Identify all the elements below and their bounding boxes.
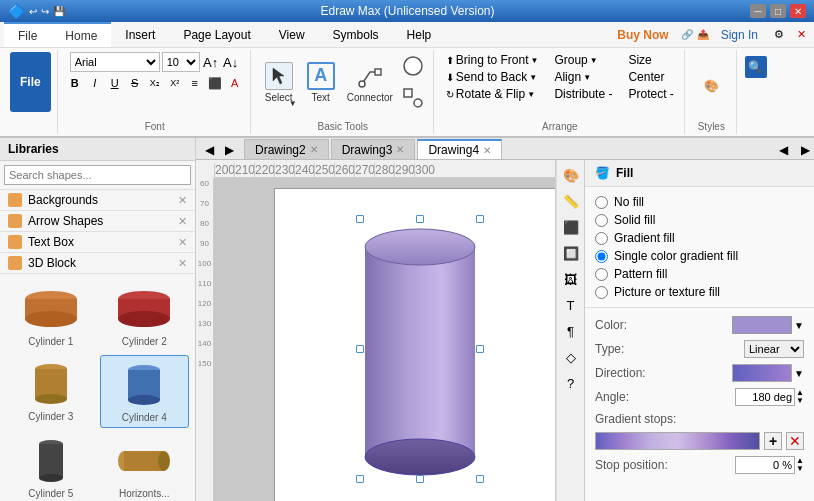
tab-drawing2-close[interactable]: ✕: [310, 144, 318, 155]
tab-drawing3[interactable]: Drawing3 ✕: [331, 139, 416, 159]
fill-direction-box[interactable]: [732, 364, 792, 382]
fill-icon-paragraph[interactable]: ¶: [560, 320, 582, 342]
select-button[interactable]: Select ▼: [259, 54, 299, 110]
text-box-close-button[interactable]: ✕: [178, 236, 187, 249]
text-button[interactable]: A Text: [301, 54, 341, 110]
fill-option-pattern[interactable]: Pattern fill: [595, 267, 804, 281]
drawing-canvas[interactable]: Gsyste: [214, 178, 555, 501]
fill-icon-3d[interactable]: 🔲: [560, 242, 582, 264]
group-button[interactable]: Group ▼: [550, 52, 616, 68]
distribute-button[interactable]: Distribute -: [550, 86, 616, 102]
shape-cylinder5[interactable]: Cylinder 5: [6, 432, 96, 501]
icon-link1[interactable]: 🔗: [681, 29, 693, 40]
center-button[interactable]: Center: [624, 69, 677, 85]
handle-br[interactable]: [476, 475, 484, 483]
subscript-button[interactable]: X₂: [146, 74, 164, 92]
align-button[interactable]: ⬛: [206, 74, 224, 92]
fill-direction-dropdown-arrow[interactable]: ▼: [794, 368, 804, 379]
handle-tl[interactable]: [356, 215, 364, 223]
tab-drawing4-close[interactable]: ✕: [483, 145, 491, 156]
fill-option-gradient-fill[interactable]: Gradient fill: [595, 231, 804, 245]
handle-tm[interactable]: [416, 215, 424, 223]
tab-nav-next[interactable]: ▶: [220, 141, 238, 159]
tab-drawing4[interactable]: Drawing4 ✕: [417, 139, 502, 159]
tab-drawing3-close[interactable]: ✕: [396, 144, 404, 155]
arrow-shapes-close-button[interactable]: ✕: [178, 215, 187, 228]
superscript-button[interactable]: X²: [166, 74, 184, 92]
close-button[interactable]: ✕: [790, 4, 806, 18]
fill-color-dropdown-arrow[interactable]: ▼: [794, 320, 804, 331]
protect-button[interactable]: Protect -: [624, 86, 677, 102]
fill-icon-shadow[interactable]: ⬛: [560, 216, 582, 238]
fill-option-solid-fill[interactable]: Solid fill: [595, 213, 804, 227]
library-item-text-box[interactable]: Text Box ✕: [0, 232, 195, 253]
font-increase-icon[interactable]: A↑: [202, 53, 220, 71]
menu-home[interactable]: Home: [51, 22, 111, 47]
fill-option-picture[interactable]: Picture or texture fill: [595, 285, 804, 299]
3d-block-close-button[interactable]: ✕: [178, 257, 187, 270]
handle-ml[interactable]: [356, 345, 364, 353]
handle-tr[interactable]: [476, 215, 484, 223]
fill-icon-text[interactable]: T: [560, 294, 582, 316]
strikethrough-button[interactable]: S: [126, 74, 144, 92]
shape-tools-button[interactable]: [399, 84, 427, 112]
library-item-backgrounds[interactable]: Backgrounds ✕: [0, 190, 195, 211]
fill-angle-input[interactable]: [735, 388, 795, 406]
shape-cylinder3[interactable]: Cylinder 3: [6, 355, 96, 428]
shape-circle-button[interactable]: [399, 52, 427, 80]
gradient-delete-button[interactable]: ✕: [786, 432, 804, 450]
tab-scroll-right[interactable]: ▶: [796, 141, 814, 159]
search-input[interactable]: [4, 165, 191, 185]
fill-icon-geometry[interactable]: ◇: [560, 346, 582, 368]
fill-icon-line[interactable]: 📏: [560, 190, 582, 212]
underline-button[interactable]: U: [106, 74, 124, 92]
icon-link2[interactable]: 📤: [697, 29, 709, 40]
fill-type-select[interactable]: Linear: [744, 340, 804, 358]
menu-view[interactable]: View: [265, 22, 319, 47]
send-to-back-button[interactable]: ⬇ Send to Back ▼: [442, 69, 543, 85]
library-item-arrow-shapes[interactable]: Arrow Shapes ✕: [0, 211, 195, 232]
font-size-select[interactable]: 10: [162, 52, 200, 72]
angle-down-arrow[interactable]: ▼: [796, 397, 804, 405]
backgrounds-close-button[interactable]: ✕: [178, 194, 187, 207]
align-button[interactable]: Align ▼: [550, 69, 616, 85]
menu-page-layout[interactable]: Page Layout: [169, 22, 264, 47]
settings-icon[interactable]: ⚙: [770, 26, 788, 44]
size-button[interactable]: Size: [624, 52, 677, 68]
close-menu-icon[interactable]: ✕: [792, 26, 810, 44]
maximize-button[interactable]: □: [770, 4, 786, 18]
shape-cylinder4[interactable]: Cylinder 4: [100, 355, 190, 428]
gradient-bar[interactable]: [595, 432, 760, 450]
menu-help[interactable]: Help: [393, 22, 446, 47]
buy-now-link[interactable]: Buy Now: [609, 26, 676, 44]
handle-bm[interactable]: [416, 475, 424, 483]
shape-cylinder1[interactable]: Cylinder 1: [6, 280, 96, 351]
shape-cylinder2[interactable]: Cylinder 2: [100, 280, 190, 351]
fill-icon-help[interactable]: ?: [560, 372, 582, 394]
gradient-add-button[interactable]: +: [764, 432, 782, 450]
connector-button[interactable]: Connector: [343, 54, 397, 110]
tab-drawing2[interactable]: Drawing2 ✕: [244, 139, 329, 159]
italic-button[interactable]: I: [86, 74, 104, 92]
fill-icon-image[interactable]: 🖼: [560, 268, 582, 290]
search-ribbon-button[interactable]: 🔍: [745, 56, 767, 78]
bold-button[interactable]: B: [66, 74, 84, 92]
library-item-3d-block[interactable]: 3D Block ✕: [0, 253, 195, 274]
handle-bl[interactable]: [356, 475, 364, 483]
tab-nav-prev[interactable]: ◀: [200, 141, 218, 159]
handle-mr[interactable]: [476, 345, 484, 353]
quick-access-undo[interactable]: ↩: [29, 6, 37, 17]
tab-scroll-left[interactable]: ◀: [774, 141, 792, 159]
font-decrease-icon[interactable]: A↓: [222, 53, 240, 71]
minimize-button[interactable]: ─: [750, 4, 766, 18]
shape-horizontal-cylinder[interactable]: Horizonts...: [100, 432, 190, 501]
quick-access-redo[interactable]: ↪: [41, 6, 49, 17]
font-name-select[interactable]: Arial: [70, 52, 160, 72]
sign-in-link[interactable]: Sign In: [713, 26, 766, 44]
font-color-button[interactable]: A: [226, 74, 244, 92]
file-button[interactable]: File: [10, 52, 51, 112]
menu-symbols[interactable]: Symbols: [319, 22, 393, 47]
fill-color-box[interactable]: [732, 316, 792, 334]
cylinder-container[interactable]: [360, 219, 480, 479]
stop-pos-down-arrow[interactable]: ▼: [796, 465, 804, 473]
